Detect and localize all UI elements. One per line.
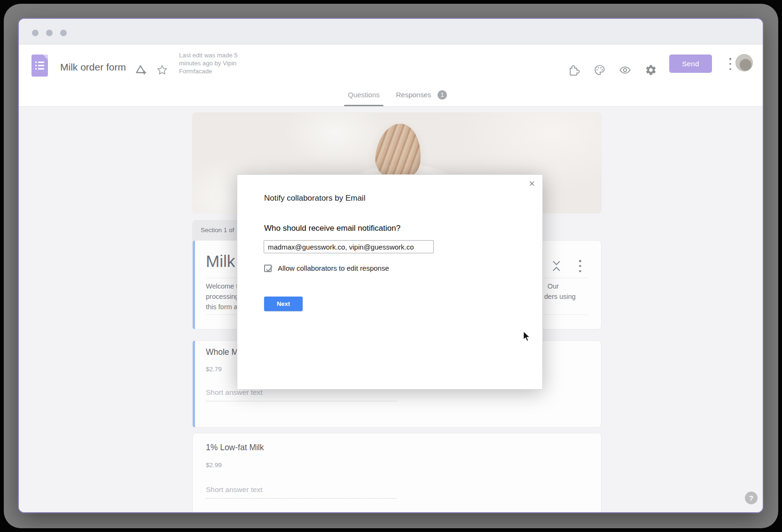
form-description-left: Welcome t processing this form a: [206, 281, 239, 312]
form-title[interactable]: Milk order form: [60, 62, 126, 73]
allow-edit-checkbox-label: Allow collaborators to edit response: [278, 264, 389, 272]
email-recipients-input[interactable]: [264, 240, 434, 253]
form-title-heading: Milk: [206, 252, 235, 271]
move-to-drive-icon[interactable]: [134, 64, 147, 76]
selected-card-accent: [193, 341, 195, 427]
window-titlebar: [19, 19, 763, 45]
tab-responses[interactable]: Responses: [394, 91, 433, 99]
window-zoom-button[interactable]: [60, 30, 67, 36]
google-forms-logo-icon: [31, 55, 48, 77]
settings-gear-icon[interactable]: [645, 64, 657, 76]
window-minimize-button[interactable]: [46, 30, 53, 36]
help-button[interactable]: ?: [745, 492, 758, 504]
collapse-section-icon[interactable]: [551, 259, 562, 273]
question-title: 1% Low-fat Milk: [206, 443, 264, 453]
question-title: Whole Mi: [206, 347, 240, 357]
dialog-title: Notify collaborators by Email: [264, 194, 365, 203]
tab-questions[interactable]: Questions: [346, 91, 382, 99]
form-description-right: Our ders using: [544, 281, 576, 302]
selected-card-accent: [193, 241, 195, 329]
answer-underline: [206, 498, 397, 499]
question-card-lowfat-milk[interactable]: 1% Low-fat Milk $2.99 Short answer text: [192, 433, 602, 512]
window-close-button[interactable]: [32, 30, 39, 36]
add-ons-puzzle-icon[interactable]: [568, 64, 580, 76]
user-avatar[interactable]: [735, 54, 753, 71]
allow-edit-checkbox[interactable]: [264, 265, 272, 272]
theme-palette-icon[interactable]: [594, 64, 606, 76]
dialog-question: Who should receive email notification?: [264, 224, 400, 233]
question-price: $2.99: [206, 462, 222, 469]
last-edit-text: Last edit was made 5 minutes ago by Vipi…: [179, 51, 259, 75]
allow-edit-checkbox-row: Allow collaborators to edit response: [264, 264, 389, 272]
star-icon[interactable]: [156, 64, 168, 76]
notify-collaborators-dialog: × Notify collaborators by Email Who shou…: [237, 174, 543, 390]
short-answer-placeholder: Short answer text: [206, 485, 263, 494]
answer-underline: [206, 401, 397, 401]
question-price: $2.79: [206, 366, 222, 373]
browser-window: Milk order form Last edit was made 5 min…: [19, 19, 763, 512]
form-tabbar: Questions Responses 1: [19, 86, 763, 106]
more-options-icon[interactable]: [728, 58, 732, 70]
close-icon[interactable]: ×: [529, 179, 535, 189]
preview-eye-icon[interactable]: [619, 64, 631, 76]
responses-count-badge: 1: [438, 90, 447, 100]
send-button[interactable]: Send: [669, 55, 712, 73]
app-header: Milk order form Last edit was made 5 min…: [19, 45, 763, 86]
card-more-options-icon[interactable]: [579, 260, 581, 272]
next-button[interactable]: Next: [264, 297, 303, 311]
